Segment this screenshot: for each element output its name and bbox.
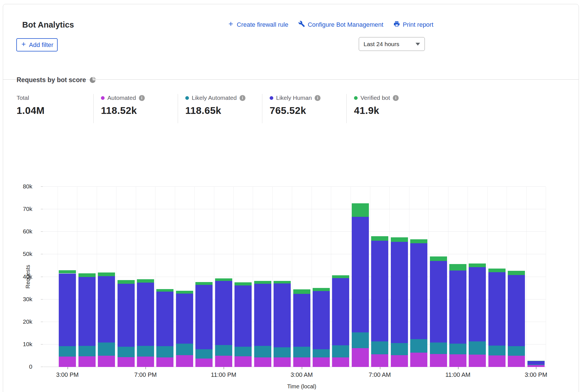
bar-segment-likely-human [118,284,135,347]
bar-segment-likely-human [449,271,466,344]
bar-900pm[interactable] [176,187,193,367]
stat-label: Verified bot [360,94,390,101]
bar-segment-likely-human [527,361,545,364]
stat-label: Likely Automated [192,94,237,101]
header-action-link[interactable]: Configure Bot Management [298,21,383,29]
bar-segment-likely-human [78,277,96,346]
bar-400pm[interactable] [78,187,96,367]
bar-segment-likely-automated [449,344,466,354]
bar-segment-verified-bot [371,236,388,240]
page-title: Bot Analytics [22,20,74,30]
x-axis-tick [380,367,380,369]
bar-1200pm[interactable] [469,187,486,367]
header-action-link[interactable]: Create firewall rule [227,21,288,29]
add-filter-button[interactable]: Add filter [16,38,58,51]
bar-200pm[interactable] [508,187,525,367]
vertical-gridline [58,187,58,367]
bar-segment-likely-human [156,292,173,346]
bar-segment-likely-human [332,278,349,345]
bar-100am[interactable] [254,187,271,367]
bot-analytics-card: Bot Analytics Create firewall rule Confi… [3,4,579,392]
x-axis-tick [536,367,536,369]
bar-segment-automated [391,355,408,367]
bar-segment-automated [156,357,173,367]
bar-segment-automated [488,355,506,367]
bar-1000am[interactable] [430,187,447,367]
bar-100pm[interactable] [488,187,506,367]
vertical-gridline [428,187,429,367]
stat-divider [93,94,94,123]
bar-700am[interactable] [371,187,388,367]
bar-600am[interactable] [352,187,369,367]
bar-segment-verified-bot [430,256,447,261]
bar-segment-likely-automated [371,341,388,354]
y-axis-tick [41,186,43,187]
bar-segment-automated [98,356,115,367]
bar-segment-likely-automated [156,346,173,357]
y-axis-tick [41,344,43,344]
bar-900am[interactable] [410,187,427,367]
vertical-gridline [487,187,488,367]
vertical-gridline [214,187,214,367]
bar-segment-likely-automated [313,349,330,358]
bar-segment-verified-bot [176,291,193,294]
vertical-gridline [331,187,331,367]
time-range-select[interactable]: Last 24 hours [359,37,425,51]
info-icon[interactable]: i [315,95,321,101]
vertical-gridline [155,187,155,367]
bar-800pm[interactable] [156,187,173,367]
x-axis-tick [67,367,68,369]
bar-500am[interactable] [332,187,349,367]
bar-400am[interactable] [313,187,330,367]
y-tick-label: 70k [10,206,32,212]
bar-segment-likely-automated [234,347,252,356]
info-icon[interactable]: i [240,95,245,101]
x-tick-label: 7:00 PM [134,371,157,379]
plus-icon [21,41,27,49]
bar-segment-verified-bot [215,278,232,281]
bar-segment-verified-bot [332,275,349,278]
bar-300pm[interactable] [59,187,76,367]
bar-segment-automated [293,357,310,367]
stat-divider [178,94,178,123]
bar-segment-verified-bot [254,281,271,284]
bar-segment-verified-bot [98,272,115,276]
vertical-gridline [448,187,448,367]
bar-segment-likely-human [410,243,427,339]
header-action-link[interactable]: Print report [393,21,433,29]
bar-500pm[interactable] [98,187,115,367]
bar-700pm[interactable] [137,187,154,367]
bar-300pm[interactable] [527,187,545,367]
bar-1100am[interactable] [449,187,466,367]
vertical-gridline [507,187,507,367]
info-icon[interactable]: i [393,95,399,101]
bar-segment-automated [527,365,545,367]
y-tick-label: 60k [10,228,32,235]
bar-segment-likely-human [215,281,232,345]
bar-segment-verified-bot [234,282,252,285]
bar-1000pm[interactable] [195,187,213,367]
bar-segment-automated [332,357,349,367]
bar-300am[interactable] [293,187,310,367]
bar-1200am[interactable] [234,187,252,367]
bar-segment-likely-human [137,283,154,346]
bar-segment-verified-bot [469,263,486,267]
action-label: Configure Bot Management [308,21,383,28]
vertical-gridline [351,187,351,367]
stat-divider [346,94,347,123]
bar-segment-likely-automated [59,346,76,357]
info-icon[interactable]: i [139,95,145,101]
bar-segment-automated [352,348,369,367]
vertical-gridline [272,187,273,367]
bar-segment-verified-bot [391,237,408,242]
action-label: Print report [403,21,433,28]
bar-segment-automated [430,354,447,367]
bar-600pm[interactable] [118,187,135,367]
bar-200am[interactable] [274,187,291,367]
bar-segment-likely-automated [527,364,545,365]
bar-1100pm[interactable] [215,187,232,367]
stat-label: Total [17,94,29,101]
stat-value: 118.52k [101,105,178,116]
bar-800am[interactable] [391,187,408,367]
bar-segment-automated [274,357,291,367]
